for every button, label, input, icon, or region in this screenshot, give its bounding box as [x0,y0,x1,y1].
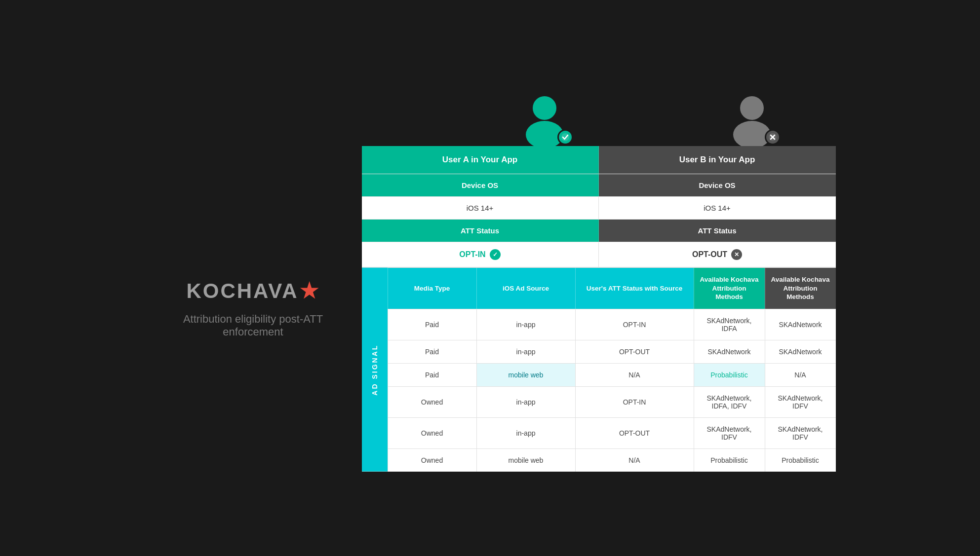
cell-r5-c4: Probabilistic [765,449,836,472]
cell-r4-c3: SKAdNetwork, IDFV [694,418,765,448]
user-a-device-os: Device OS [362,174,599,196]
cell-r4-c4: SKAdNetwork, IDFV [765,418,836,448]
user-b-device-os: Device OS [599,174,836,196]
user-b-avatar-container [727,94,777,146]
svg-point-0 [533,96,556,120]
col-headers: Media TypeiOS Ad SourceUser's ATT Status… [388,268,836,309]
cell-r2-c3: Probabilistic [694,364,765,386]
x-icon [768,133,777,142]
cell-r3-c2: OPT-IN [575,387,694,417]
user-a-ios: iOS 14+ [362,197,599,219]
kochava-subtitle: Attribution eligibility post-ATT enforce… [164,313,342,338]
cell-r2-c1: mobile web [476,364,575,386]
user-b-opt-value: OPT-OUT ✕ [599,242,836,267]
svg-point-4 [740,96,764,120]
user-a-label: User A in Your App [362,146,599,174]
cell-r4-c2: OPT-OUT [575,418,694,448]
main-content: KOCHAVA★ Attribution eligibility post-AT… [145,146,836,472]
cell-r5-c1: mobile web [476,449,575,472]
user-a-check-badge [557,129,573,145]
cell-r1-c3: SKAdNetwork [694,340,765,363]
user-a-avatar [520,94,569,146]
cell-r2-c0: Paid [388,364,476,386]
cell-r0-c1: in-app [476,309,575,340]
user-header-row: User A in Your App User B in Your App [362,146,836,174]
col-header-attr-b: Available Kochava Attribution Methods [765,268,836,309]
table-inner: Media TypeiOS Ad SourceUser's ATT Status… [388,268,836,472]
cell-r0-c2: OPT-IN [575,309,694,340]
col-header-3: Available Kochava Attribution Methods [694,268,765,309]
cell-r3-c0: Owned [388,387,476,417]
opt-in-check-badge: ✓ [490,249,501,260]
cell-r0-c3: SKAdNetwork, IDFA [694,309,765,340]
ios-row: iOS 14+ iOS 14+ [362,197,836,220]
cell-r5-c3: Probabilistic [694,449,765,472]
opt-out-x-badge: ✕ [731,249,742,260]
cell-r0-c4: SKAdNetwork [765,309,836,340]
left-branding-panel: KOCHAVA★ Attribution eligibility post-AT… [145,146,362,472]
opt-row: OPT-IN ✓ OPT-OUT ✕ [362,242,836,268]
cell-r4-c1: in-app [476,418,575,448]
user-a-opt-value: OPT-IN ✓ [362,242,599,267]
table-row-3: Ownedin-appOPT-INSKAdNetwork, IDFA, IDFV… [388,386,836,417]
cell-r0-c0: Paid [388,309,476,340]
cell-r5-c2: N/A [575,449,694,472]
cell-r5-c0: Owned [388,449,476,472]
user-b-avatar [727,94,777,146]
cell-r1-c0: Paid [388,340,476,363]
att-status-row: ATT Status ATT Status [362,220,836,242]
col-header-2: User's ATT Status with Source [575,268,694,309]
cell-r2-c2: N/A [575,364,694,386]
svg-point-1 [526,121,563,146]
kochava-star: ★ [300,279,320,303]
table-row-1: Paidin-appOPT-OUTSKAdNetworkSKAdNetwork [388,340,836,363]
right-table-panel: User A in Your App User B in Your App De… [362,146,836,472]
cell-r3-c4: SKAdNetwork, IDFV [765,387,836,417]
table-row-5: Ownedmobile webN/AProbabilisticProbabili… [388,448,836,472]
table-row-0: Paidin-appOPT-INSKAdNetwork, IDFASKAdNet… [388,309,836,340]
user-a-avatar-container [520,94,569,146]
kochava-text: KOCHAVA [186,279,298,303]
user-a-att-label: ATT Status [362,220,599,242]
user-b-label: User B in Your App [599,146,836,174]
cell-r3-c1: in-app [476,387,575,417]
svg-point-5 [733,121,771,146]
cell-r4-c0: Owned [388,418,476,448]
kochava-logo: KOCHAVA★ [186,279,319,303]
device-os-row: Device OS Device OS [362,174,836,197]
cell-r1-c1: in-app [476,340,575,363]
table-row-4: Ownedin-appOPT-OUTSKAdNetwork, IDFVSKAdN… [388,417,836,448]
check-icon [561,133,570,142]
cell-r3-c3: SKAdNetwork, IDFA, IDFV [694,387,765,417]
cell-r2-c4: N/A [765,364,836,386]
page-container: KOCHAVA★ Attribution eligibility post-AT… [145,84,836,472]
user-b-ios: iOS 14+ [599,197,836,219]
user-b-x-badge [765,129,781,145]
cell-r1-c2: OPT-OUT [575,340,694,363]
data-table: AD SIGNALMedia TypeiOS Ad SourceUser's A… [362,268,836,472]
user-b-att-label: ATT Status [599,220,836,242]
col-header-0: Media Type [388,268,476,309]
cell-r1-c4: SKAdNetwork [765,340,836,363]
ad-signal-sidebar: AD SIGNAL [362,268,388,472]
table-row-2: Paidmobile webN/AProbabilisticN/A [388,363,836,386]
col-header-1: iOS Ad Source [476,268,575,309]
